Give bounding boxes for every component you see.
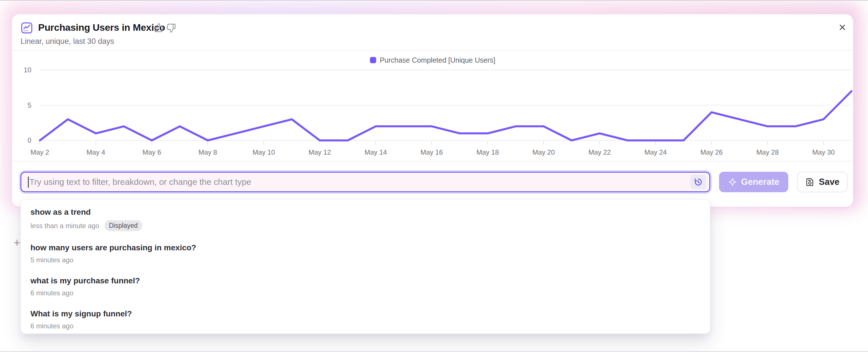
history-button[interactable] (690, 174, 706, 189)
x-axis-label: May 12 (308, 148, 331, 157)
prompt-input[interactable] (21, 172, 709, 191)
viewport-top-border (0, 0, 868, 1)
chart-area: Purchase Completed [Unique Users] 0510Ma… (12, 54, 853, 161)
x-axis-label: May 16 (421, 148, 443, 157)
history-icon (693, 177, 703, 187)
history-item[interactable]: what is my purchase funnel? 6 minutes ag… (21, 270, 710, 303)
generate-label: Generate (741, 177, 779, 187)
save-label: Save (819, 177, 839, 187)
history-item-badge: Displayed (104, 220, 143, 231)
history-item-query: what is my purchase funnel? (30, 276, 700, 286)
x-axis-label: May 22 (588, 148, 611, 157)
sparkle-icon (728, 178, 737, 187)
close-icon (838, 23, 847, 32)
history-item-meta: 6 minutes ago (30, 322, 700, 330)
y-axis-label: 5 (14, 101, 31, 109)
history-item-meta: 6 minutes ago (30, 289, 700, 297)
chart-subtitle: Linear, unique, last 30 days (21, 36, 114, 46)
line-series (40, 91, 851, 140)
thumbs-up-button[interactable] (154, 23, 164, 32)
generate-button[interactable]: Generate (719, 172, 788, 192)
history-item-meta: 5 minutes ago (30, 256, 700, 264)
text-caret (28, 177, 29, 188)
x-axis-label: May 30 (812, 148, 835, 157)
history-item-query: how many users are purchasing in mexico? (30, 243, 700, 253)
x-axis-label: May 20 (532, 148, 555, 157)
history-item-meta: less than a minute ago Displayed (30, 220, 700, 231)
history-item-time: 5 minutes ago (30, 256, 73, 264)
history-item[interactable]: how many users are purchasing in mexico?… (21, 237, 710, 270)
history-item[interactable]: What is my signup funnel? 6 minutes ago (21, 303, 710, 334)
history-item-query: What is my signup funnel? (30, 309, 700, 319)
x-axis-label: May 10 (253, 148, 275, 157)
history-item-time: less than a minute ago (30, 222, 99, 230)
x-axis-label: May 2 (30, 148, 49, 157)
x-axis-label: May 6 (143, 148, 161, 157)
line-chart (12, 54, 853, 161)
prompt-input-wrapper (21, 172, 710, 192)
y-axis-label: 0 (14, 136, 31, 145)
x-axis-label: May 4 (87, 148, 105, 157)
x-axis-label: May 26 (700, 148, 723, 157)
close-button[interactable] (836, 21, 849, 34)
y-axis-label: 10 (14, 66, 31, 74)
thumbs-down-button[interactable] (166, 23, 176, 33)
history-item-time: 6 minutes ago (30, 289, 73, 297)
save-icon (805, 177, 815, 187)
header-divider (12, 50, 853, 51)
save-button[interactable]: Save (797, 172, 847, 192)
x-axis-label: May 18 (476, 148, 499, 157)
history-item-query: show as a trend (30, 207, 700, 217)
history-item-time: 6 minutes ago (30, 322, 73, 330)
x-axis-label: May 24 (645, 148, 667, 157)
insight-card: Purchasing Users in Mexico Linear, uniqu… (12, 14, 853, 207)
x-axis-label: May 28 (756, 148, 779, 157)
query-history-dropdown: show as a trend less than a minute ago D… (21, 199, 710, 334)
chart-insight-icon (21, 22, 33, 34)
x-axis-label: May 8 (198, 148, 217, 157)
page-title: Purchasing Users in Mexico (38, 21, 165, 34)
x-axis-label: May 14 (365, 148, 387, 157)
chart-divider (12, 161, 853, 161)
history-item[interactable]: show as a trend less than a minute ago D… (21, 201, 710, 237)
background-plus-icon: + (14, 236, 20, 249)
